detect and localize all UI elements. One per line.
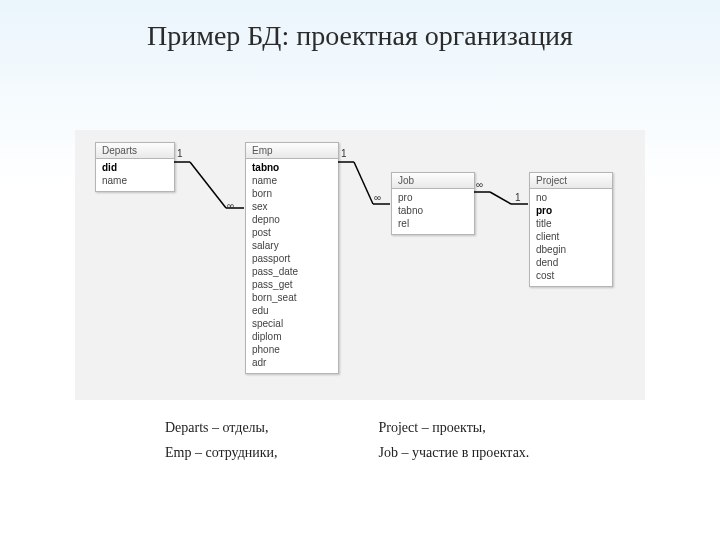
legend-item: Job – участие в проектах. — [379, 445, 530, 460]
svg-line-4 — [354, 162, 373, 204]
legend: Departs – отделы, Emp – сотрудники, Proj… — [165, 415, 529, 465]
slide-title: Пример БД: проектная организация — [0, 20, 720, 52]
cardinality: 1 — [341, 148, 347, 159]
cardinality: 1 — [515, 192, 521, 203]
cardinality: ∞ — [374, 192, 381, 203]
cardinality: ∞ — [476, 179, 483, 190]
svg-line-1 — [190, 162, 226, 208]
legend-item: Project – проекты, — [379, 420, 486, 435]
legend-item: Departs – отделы, — [165, 420, 269, 435]
svg-line-7 — [490, 192, 511, 204]
cardinality: ∞ — [227, 200, 234, 211]
slide: Пример БД: проектная организация Departs… — [0, 0, 720, 540]
legend-item: Emp – сотрудники, — [165, 445, 278, 460]
relations — [75, 130, 645, 400]
er-diagram: Departs did name Emp tabno name born sex… — [75, 130, 645, 400]
cardinality: 1 — [177, 148, 183, 159]
